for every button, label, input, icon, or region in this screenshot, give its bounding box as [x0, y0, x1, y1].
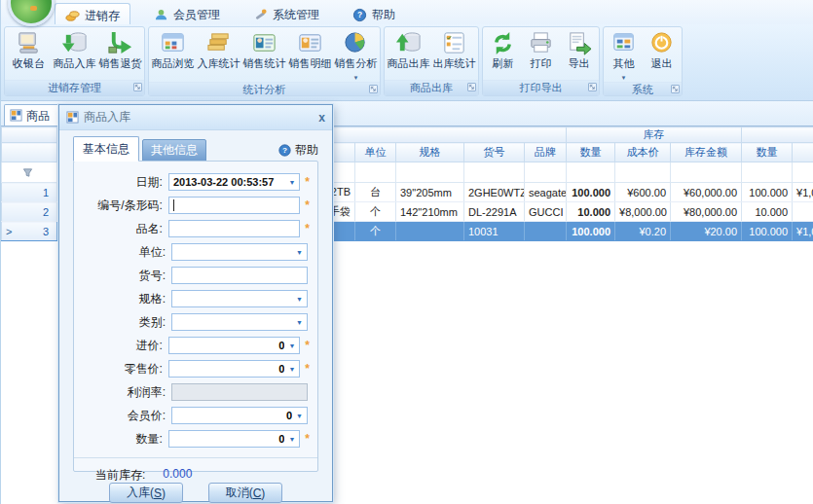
- tab-help[interactable]: ? 帮助: [343, 3, 405, 24]
- other-icon: [610, 30, 638, 56]
- cell-spec: [396, 222, 464, 241]
- outbound-stats-icon: [440, 30, 468, 56]
- filter-cell[interactable]: [671, 162, 742, 183]
- purchase-price-input[interactable]: 0: [168, 337, 300, 354]
- stock-in-button[interactable]: 入库(S): [109, 483, 183, 503]
- export-button[interactable]: 导出: [560, 27, 598, 70]
- tab-inventory[interactable]: 进销存: [55, 3, 130, 24]
- item-no-input[interactable]: [171, 267, 308, 284]
- app-menu-button[interactable]: [8, 0, 55, 26]
- button-label: 其他: [613, 57, 635, 70]
- inbound-stats-icon: [204, 30, 233, 56]
- group-launcher-button[interactable]: [671, 85, 680, 93]
- filter-cell[interactable]: [615, 162, 671, 183]
- product-name-input[interactable]: [168, 220, 300, 237]
- required-star: *: [305, 339, 310, 352]
- inbound-stats-button[interactable]: 入库统计: [196, 27, 241, 70]
- goods-browse-button[interactable]: 商品浏览: [150, 27, 196, 70]
- filter-cell[interactable]: [742, 162, 793, 183]
- button-label: 收银台: [13, 57, 45, 70]
- filter-cell[interactable]: [464, 162, 525, 183]
- sales-return-button[interactable]: 销售退货: [97, 27, 143, 70]
- tab-other-info[interactable]: 其他信息: [142, 139, 206, 162]
- column-header-qty[interactable]: 数量: [567, 143, 615, 162]
- application-window: 进销存 会员管理 系统管理 ? 帮助 收银台: [0, 0, 813, 504]
- member-price-input[interactable]: 0: [171, 407, 308, 424]
- button-label: 出库统计: [433, 57, 476, 70]
- filter-cell[interactable]: [396, 162, 464, 183]
- export-icon: [565, 30, 593, 56]
- group-launcher-button[interactable]: [467, 83, 476, 91]
- field-label: 编号/条形码:: [82, 198, 168, 214]
- button-label: 退出: [651, 57, 673, 70]
- cashier-button[interactable]: 收银台: [6, 27, 52, 70]
- cell-qty: 10.000: [567, 202, 615, 222]
- sales-stats-button[interactable]: 销售统计: [241, 27, 287, 70]
- column-group-right: 进: [742, 127, 813, 143]
- ribbon-group-statistics: 商品浏览 入库统计 销售统计 销售明细 销售分析: [148, 26, 381, 96]
- button-label: 销售明细: [289, 57, 332, 70]
- column-header-unit[interactable]: 单位: [355, 143, 396, 162]
- cell-code: 10031: [464, 222, 525, 241]
- column-header-spec[interactable]: 规格: [396, 143, 464, 162]
- refresh-icon: [489, 30, 517, 56]
- spec-select[interactable]: [171, 290, 308, 307]
- column-header-brand[interactable]: 品牌: [525, 143, 567, 162]
- unit-select[interactable]: [171, 243, 308, 261]
- help-icon: ?: [352, 8, 367, 22]
- filter-row-indicator: [2, 162, 57, 183]
- refresh-button[interactable]: 刷新: [484, 27, 522, 70]
- cell-brand: GUCCI: [525, 202, 567, 222]
- row-number: >3: [2, 222, 57, 241]
- column-header-amount[interactable]: 库存金额: [671, 143, 742, 162]
- sales-detail-button[interactable]: 销售明细: [287, 27, 333, 70]
- filter-cell[interactable]: [525, 162, 567, 183]
- window-grid-icon: [10, 109, 22, 122]
- goods-out-button[interactable]: 商品出库: [386, 27, 431, 70]
- help-link[interactable]: ? 帮助: [278, 142, 318, 159]
- filter-cell[interactable]: [793, 162, 813, 183]
- column-header-code[interactable]: 货号: [464, 143, 525, 162]
- cell-qty2: 100.000: [742, 183, 793, 202]
- barcode-input[interactable]: [168, 197, 300, 214]
- date-input[interactable]: 2013-03-22 00:53:57: [168, 173, 300, 191]
- tab-system-management[interactable]: 系统管理: [243, 3, 329, 24]
- outbound-stats-button[interactable]: 出库统计: [431, 27, 477, 70]
- chevron-down-icon: [621, 70, 627, 82]
- field-label: 类别:: [82, 314, 171, 331]
- column-header-partial[interactable]: [793, 143, 813, 162]
- tab-basic-info[interactable]: 基本信息: [73, 136, 139, 162]
- field-label: 规格:: [82, 291, 171, 307]
- ribbon-group-system: 其他 退出 系统: [603, 26, 683, 96]
- column-header-cost[interactable]: 成本价: [615, 143, 671, 162]
- svg-text:?: ?: [357, 10, 362, 19]
- close-icon[interactable]: x: [318, 111, 325, 125]
- ribbon-group-goods-out: 商品出库 出库统计 商品出库: [384, 26, 479, 96]
- button-label: 商品出库: [388, 57, 430, 70]
- category-select[interactable]: [171, 313, 308, 331]
- exit-button[interactable]: 退出: [643, 27, 681, 70]
- print-button[interactable]: 打印: [522, 27, 560, 70]
- group-launcher-button[interactable]: [133, 83, 142, 91]
- other-button[interactable]: 其他: [605, 27, 643, 82]
- cancel-button[interactable]: 取消(C): [208, 483, 282, 503]
- filter-cell[interactable]: [355, 162, 396, 183]
- sales-stats-icon: [250, 30, 278, 56]
- filter-cell[interactable]: [567, 162, 615, 183]
- group-launcher-button[interactable]: [588, 83, 597, 91]
- field-label: 进价:: [82, 338, 168, 354]
- group-launcher-button[interactable]: [369, 85, 378, 93]
- sales-analysis-button[interactable]: 销售分析: [333, 27, 379, 82]
- quantity-input[interactable]: 0: [168, 430, 300, 448]
- cell-brand: [525, 222, 567, 241]
- goods-in-button[interactable]: 商品入库: [52, 27, 97, 70]
- field-label: 数量:: [82, 431, 168, 448]
- tab-member-management[interactable]: 会员管理: [144, 3, 230, 24]
- column-header-qty2[interactable]: 数量: [742, 143, 793, 162]
- required-star: *: [305, 175, 310, 189]
- retail-price-input[interactable]: 0: [168, 360, 300, 378]
- cell-cost: ¥8,000.00: [615, 202, 671, 222]
- launcher-icon: [370, 86, 377, 92]
- field-label: 单位:: [82, 244, 171, 261]
- row-indicator-header: [2, 127, 57, 143]
